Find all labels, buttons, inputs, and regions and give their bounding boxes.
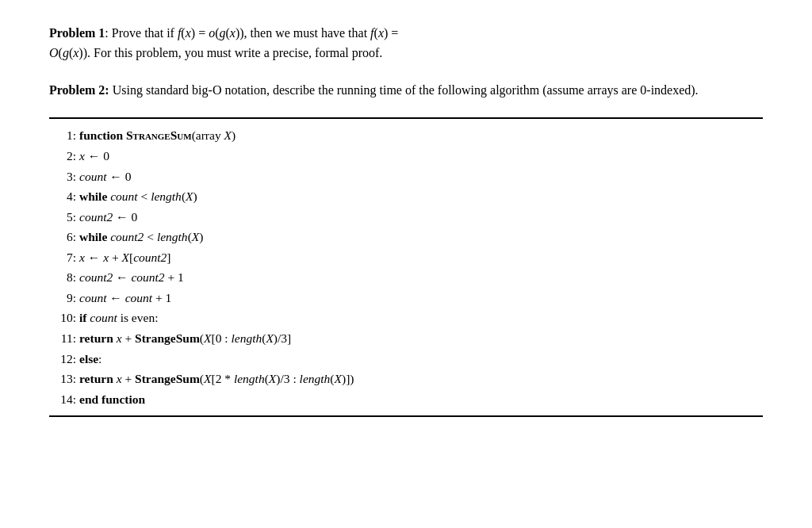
line-number: 3: <box>49 166 78 187</box>
algo-line-12: 12: else: <box>49 349 763 369</box>
line-content: while count < length(X) <box>78 186 763 207</box>
line-content: x ← x + X[count2] <box>78 247 763 268</box>
line-number: 1: <box>49 125 78 146</box>
algo-line-6: 6: while count2 < length(X) <box>49 227 763 247</box>
problem-2-text: Problem 2: Using standard big-O notation… <box>49 81 763 101</box>
problem-1-block: Problem 1: Prove that if f(x) = o(g(x)),… <box>49 24 763 63</box>
line-content: return x + StrangeSum(X[2 * length(X)/3 … <box>78 369 763 389</box>
algo-line-1: 1: function StrangeSum(array X) <box>49 125 763 146</box>
algorithm-box: 1: function StrangeSum(array X) 2: x ← 0… <box>49 117 763 417</box>
line-content: count ← 0 <box>78 166 763 187</box>
line-content: count2 ← 0 <box>78 207 763 228</box>
line-content: if count is even: <box>78 308 763 328</box>
line-content: count ← count + 1 <box>78 288 763 308</box>
line-number: 6: <box>49 227 78 247</box>
line-content: x ← 0 <box>78 146 763 166</box>
algo-line-14: 14: end function <box>49 389 763 410</box>
page-content: Problem 1: Prove that if f(x) = o(g(x)),… <box>49 24 763 417</box>
algo-line-13: 13: return x + StrangeSum(X[2 * length(X… <box>49 369 763 389</box>
line-number: 9: <box>49 288 78 308</box>
line-content: end function <box>78 389 763 410</box>
algorithm-table: 1: function StrangeSum(array X) 2: x ← 0… <box>49 125 763 409</box>
line-content: else: <box>78 349 763 369</box>
line-number: 14: <box>49 389 78 410</box>
algo-line-5: 5: count2 ← 0 <box>49 207 763 228</box>
line-number: 13: <box>49 369 78 389</box>
algo-line-10: 10: if count is even: <box>49 308 763 328</box>
line-content: while count2 < length(X) <box>78 227 763 247</box>
algo-line-4: 4: while count < length(X) <box>49 186 763 207</box>
algo-line-3: 3: count ← 0 <box>49 166 763 187</box>
line-number: 5: <box>49 207 78 228</box>
problem-1-label: Problem 1 <box>49 26 105 40</box>
problem-1-text: Problem 1: Prove that if f(x) = o(g(x)),… <box>49 24 763 63</box>
problem-2-label: Problem 2: <box>49 83 109 97</box>
line-number: 4: <box>49 186 78 207</box>
algo-line-9: 9: count ← count + 1 <box>49 288 763 308</box>
line-content: function StrangeSum(array X) <box>78 125 763 146</box>
line-number: 7: <box>49 247 78 268</box>
line-number: 10: <box>49 308 78 328</box>
line-number: 2: <box>49 146 78 166</box>
algo-line-2: 2: x ← 0 <box>49 146 763 166</box>
algo-line-8: 8: count2 ← count2 + 1 <box>49 267 763 288</box>
line-number: 11: <box>49 328 78 349</box>
line-number: 8: <box>49 267 78 288</box>
problem-2-block: Problem 2: Using standard big-O notation… <box>49 81 763 101</box>
line-number: 12: <box>49 349 78 369</box>
algo-line-11: 11: return x + StrangeSum(X[0 : length(X… <box>49 328 763 349</box>
line-content: return x + StrangeSum(X[0 : length(X)/3] <box>78 328 763 349</box>
algo-line-7: 7: x ← x + X[count2] <box>49 247 763 268</box>
line-content: count2 ← count2 + 1 <box>78 267 763 288</box>
